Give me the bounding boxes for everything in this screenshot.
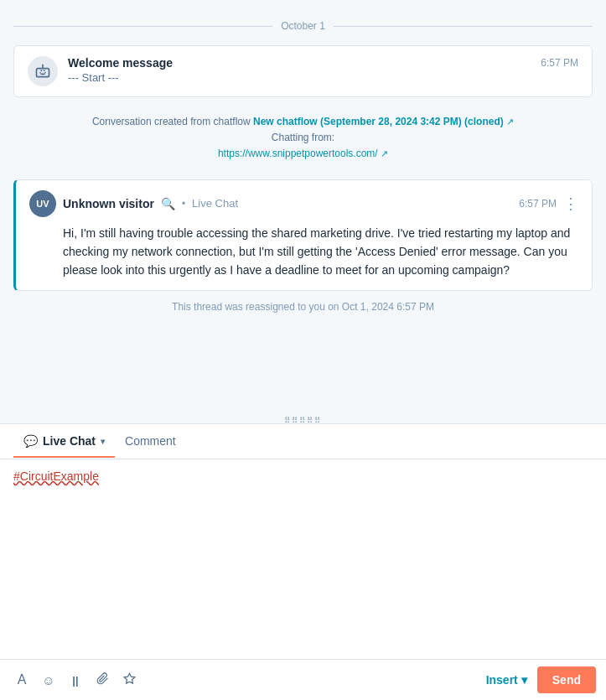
- more-options-icon[interactable]: ⋮: [563, 196, 578, 211]
- bottom-panel: 💬 Live Chat ▾ Comment #CircuitExample A …: [0, 423, 606, 700]
- external-link-icon-2: ↗: [381, 148, 388, 158]
- visitor-name: Unknown visitor: [63, 197, 154, 210]
- welcome-body: --- Start ---: [68, 71, 578, 84]
- welcome-time: 6:57 PM: [541, 57, 578, 69]
- chat-bubble-icon: 💬: [23, 434, 38, 448]
- chevron-down-icon: ▾: [101, 437, 105, 446]
- visitor-info-left: UV Unknown visitor 🔍 • Live Chat: [29, 190, 238, 217]
- chat-area: October 1 Welcome message 6:57 PM --- St…: [0, 0, 606, 417]
- tab-comment-label: Comment: [125, 434, 176, 448]
- attach-button[interactable]: [91, 668, 114, 692]
- visitor-avatar: UV: [29, 190, 56, 217]
- insert-label: Insert: [486, 673, 518, 687]
- format-button[interactable]: ||: [64, 668, 87, 692]
- visitor-header: UV Unknown visitor 🔍 • Live Chat 6:57 PM…: [29, 190, 578, 217]
- insert-button[interactable]: Insert ▾: [479, 668, 534, 692]
- reassignment-notice: This thread was reassigned to you on Oct…: [13, 301, 593, 313]
- date-separator-text: October 1: [281, 20, 325, 32]
- chatflow-link[interactable]: New chatflow (September 28, 2024 3:42 PM…: [253, 116, 504, 127]
- external-link-icon-1: ↗: [506, 117, 514, 127]
- svg-point-1: [39, 72, 41, 74]
- emoji-icon: ☺: [42, 673, 54, 687]
- text-icon: A: [18, 672, 27, 687]
- visitor-message-card: UV Unknown visitor 🔍 • Live Chat 6:57 PM…: [13, 179, 593, 291]
- tab-live-chat-label: Live Chat: [43, 434, 96, 448]
- dot-separator: •: [182, 198, 185, 210]
- compose-area[interactable]: #CircuitExample: [0, 459, 606, 659]
- visitor-info-right: 6:57 PM ⋮: [519, 196, 578, 211]
- welcome-title: Welcome message: [68, 56, 173, 70]
- resize-handle[interactable]: ⠿⠿⠿⠿⠿: [0, 417, 606, 423]
- svg-marker-3: [124, 673, 135, 683]
- live-chat-badge: Live Chat: [192, 197, 238, 210]
- chatting-from-label: Chatting from:: [272, 132, 334, 143]
- text-format-button[interactable]: A: [10, 668, 34, 692]
- format-icon: ||: [72, 674, 78, 687]
- compose-input[interactable]: #CircuitExample: [13, 469, 593, 649]
- system-message: Conversation created from chatflow New c…: [13, 107, 593, 169]
- send-button[interactable]: Send: [537, 666, 596, 693]
- svg-point-2: [44, 72, 46, 74]
- ai-icon: [123, 672, 136, 688]
- visitor-message-body: Hi, I'm still having trouble accessing t…: [29, 224, 578, 280]
- ai-button[interactable]: [117, 668, 141, 692]
- tab-bar: 💬 Live Chat ▾ Comment: [0, 424, 606, 459]
- attach-icon: [96, 672, 109, 688]
- system-prefix: Conversation created from chatflow: [92, 116, 251, 127]
- emoji-button[interactable]: ☺: [37, 668, 60, 692]
- insert-chevron-icon: ▾: [521, 673, 527, 687]
- welcome-message-card: Welcome message 6:57 PM --- Start ---: [13, 45, 593, 97]
- welcome-header: Welcome message 6:57 PM: [68, 56, 578, 70]
- search-icon[interactable]: 🔍: [161, 197, 175, 210]
- date-separator: October 1: [13, 20, 593, 32]
- tab-live-chat[interactable]: 💬 Live Chat ▾: [13, 426, 115, 458]
- bottom-toolbar: A ☺ || Insert ▾ Send: [0, 659, 606, 700]
- welcome-content: Welcome message 6:57 PM --- Start ---: [68, 56, 578, 84]
- visitor-time: 6:57 PM: [519, 198, 557, 210]
- bot-avatar: [28, 56, 58, 86]
- svg-rect-0: [37, 69, 49, 77]
- chatting-from-url[interactable]: https://www.snippetpowertools.com/: [218, 148, 378, 159]
- tab-comment[interactable]: Comment: [115, 426, 186, 458]
